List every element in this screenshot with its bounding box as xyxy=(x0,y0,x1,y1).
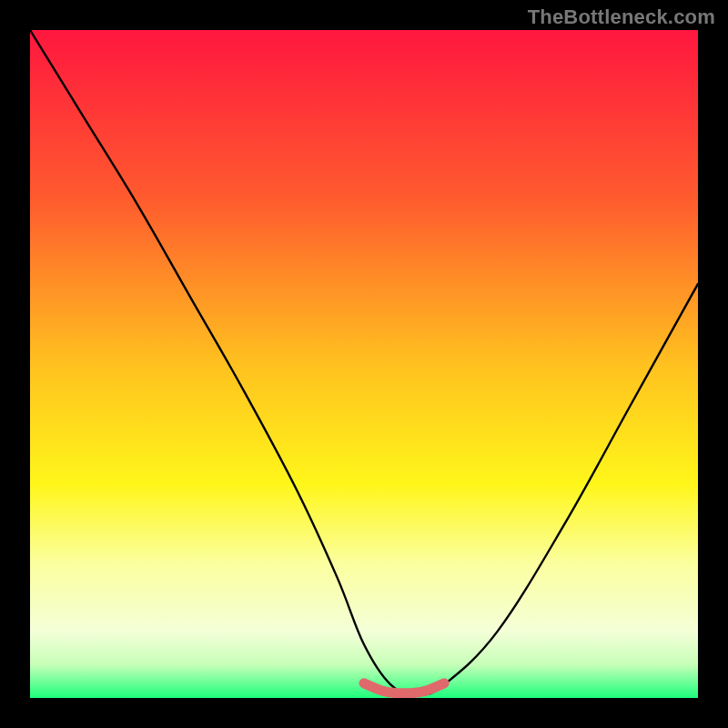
chart-svg xyxy=(30,30,698,698)
gradient-background xyxy=(30,30,698,698)
watermark-text: TheBottleneck.com xyxy=(528,5,715,29)
chart-frame: TheBottleneck.com xyxy=(0,0,728,728)
plot-area xyxy=(30,30,698,698)
